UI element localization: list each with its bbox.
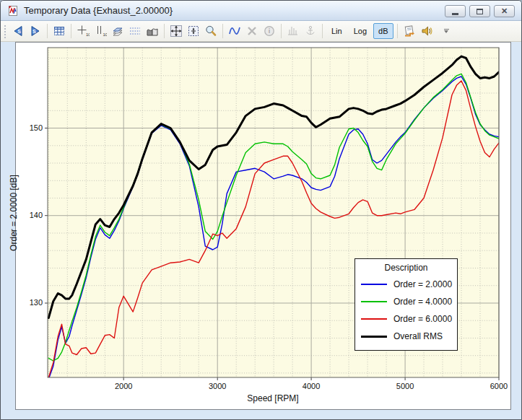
toolbar: SS1010iLinLogdB (1, 21, 521, 42)
peak-cursor-button (285, 23, 301, 39)
svg-text:S: S (32, 29, 36, 34)
wave-icon (228, 25, 241, 38)
data-grid-button[interactable] (51, 23, 67, 39)
info-icon: i (263, 25, 276, 38)
toolbar-separator (397, 24, 398, 38)
legend-entry: Order = 2.0000 (361, 276, 451, 293)
next-s-icon: S (29, 25, 42, 38)
overlay-traces-button[interactable] (110, 23, 126, 39)
double-cursor-button[interactable]: 10 (92, 23, 108, 39)
svg-text:i: i (269, 27, 271, 35)
curve-fit-button[interactable] (227, 23, 243, 39)
x-tick-label: 4000 (295, 382, 327, 390)
single-cursor-button[interactable]: 10 (75, 23, 91, 39)
linear-scale-button[interactable]: Lin (326, 23, 347, 39)
svg-text:10: 10 (103, 32, 108, 37)
close-icon: ✕ (501, 7, 508, 15)
zoom-window-button[interactable] (186, 23, 201, 39)
export-icon (403, 25, 416, 38)
anchor-icon (304, 25, 317, 38)
waterfall-chart-icon (146, 25, 159, 38)
toolbar-grip[interactable] (3, 24, 7, 38)
layers-icon (111, 25, 124, 38)
legend-line-sample (361, 301, 387, 302)
delete-trace-button (244, 23, 260, 39)
legend-entry-label: Order = 6.0000 (393, 314, 452, 324)
previous-block-button[interactable]: S (10, 23, 26, 39)
y-tick-label: 140 (15, 211, 43, 219)
legend-line-sample (361, 284, 387, 285)
toolbar-separator (281, 24, 282, 38)
svg-text:10: 10 (86, 32, 90, 37)
toolbar-separator (322, 24, 323, 38)
grid-lines-button[interactable] (127, 23, 143, 39)
zoom-button[interactable] (203, 23, 219, 39)
chart-client-area[interactable] (15, 42, 511, 410)
legend: Description Order = 2.0000Order = 4.0000… (354, 258, 458, 351)
minimize-icon (452, 13, 458, 15)
datasheet-icon (53, 25, 66, 38)
toolbar-separator (222, 24, 223, 38)
toolbar-separator (47, 24, 48, 38)
y-tick-label: 130 (15, 298, 43, 307)
harmonic-cursor-button (303, 23, 318, 39)
app-chart-icon[interactable] (7, 5, 19, 17)
zoom-window-icon (187, 25, 200, 38)
x-tick-label: 5000 (389, 382, 421, 390)
info-button: i (261, 23, 277, 39)
legend-entry: Order = 4.0000 (361, 293, 451, 310)
window-title: Temporary Data {Exhaust_2.00000} (24, 5, 173, 16)
title-bar[interactable]: Temporary Data {Exhaust_2.00000} ✕ (1, 1, 521, 21)
x-tick-label: 6000 (483, 382, 515, 390)
legend-entry-label: Order = 2.0000 (393, 279, 452, 289)
application-window: Temporary Data {Exhaust_2.00000} ✕ SS101… (0, 0, 522, 420)
x-axis-title: Speed [RPM] (201, 393, 345, 403)
delete-x-icon (245, 25, 258, 38)
magnifier-icon (204, 25, 217, 38)
crosshair-cursor-icon: 10 (77, 25, 90, 38)
legend-line-sample (361, 318, 387, 320)
y-tick-label: 150 (15, 123, 43, 132)
toolbar-separator (164, 24, 165, 38)
zoom-extents-button[interactable] (168, 23, 184, 39)
export-button[interactable] (401, 23, 417, 39)
legend-title: Description (361, 261, 451, 276)
speaker-icon (420, 25, 433, 38)
next-block-button[interactable]: S (27, 23, 43, 39)
play-sound-button[interactable] (419, 23, 435, 39)
peaks-icon (287, 25, 300, 38)
legend-entry: Order = 6.0000 (361, 310, 451, 328)
db-scale-button[interactable]: dB (373, 23, 393, 39)
log-scale-button[interactable]: Log (349, 23, 372, 39)
x-tick-label: 3000 (201, 382, 233, 390)
x-tick-label: 2000 (108, 382, 139, 390)
dotted-rows-icon (129, 25, 142, 38)
zoom-extents-icon (170, 25, 183, 38)
svg-text:S: S (17, 29, 21, 34)
legend-line-sample (361, 336, 387, 338)
legend-entry: Overall RMS (361, 328, 451, 345)
waterfall-display-button[interactable] (144, 23, 160, 39)
overflow-bar-icon (444, 29, 449, 30)
minimize-button[interactable] (445, 5, 466, 17)
chevron-down-icon (444, 30, 448, 33)
legend-entry-label: Overall RMS (393, 331, 443, 341)
restore-button[interactable] (469, 5, 490, 17)
toolbar-overflow-button[interactable] (443, 29, 451, 33)
close-button[interactable]: ✕ (494, 5, 515, 17)
double-cursor-icon: 10 (94, 25, 107, 38)
legend-entry-label: Order = 4.0000 (393, 297, 452, 307)
toolbar-separator (71, 24, 71, 38)
restore-icon (477, 9, 483, 14)
prev-s-icon: S (12, 25, 25, 38)
